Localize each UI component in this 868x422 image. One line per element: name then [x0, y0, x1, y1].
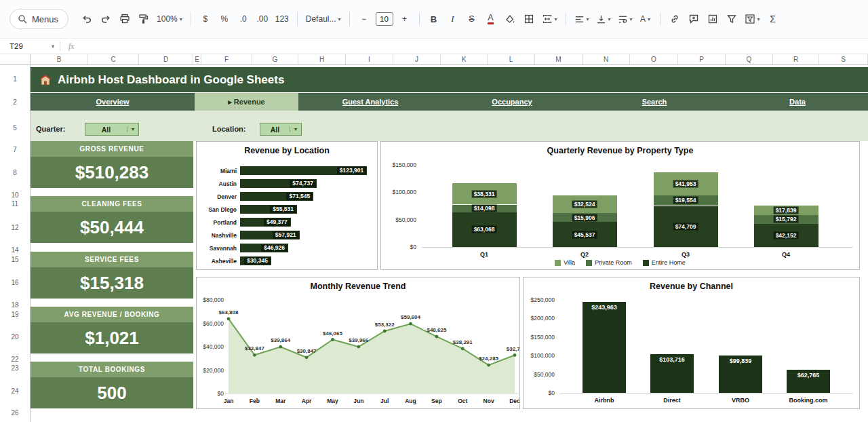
- zoom-select[interactable]: 100%▾: [154, 9, 185, 28]
- italic-button[interactable]: I: [444, 9, 462, 28]
- column-header-B[interactable]: B: [31, 54, 88, 64]
- column-header-P[interactable]: P: [678, 54, 726, 64]
- row-header-5[interactable]: 5: [0, 124, 30, 132]
- decrease-font-size-button[interactable]: −: [355, 9, 373, 28]
- row-header-8[interactable]: 8: [0, 169, 30, 176]
- row-header-12[interactable]: 12: [0, 224, 30, 231]
- row-header-18[interactable]: 18: [0, 301, 30, 309]
- legend-swatch: [643, 260, 649, 266]
- text-color-button[interactable]: A: [482, 9, 500, 28]
- merge-cells-button[interactable]: ▾: [539, 9, 560, 28]
- column-header-E[interactable]: E: [193, 54, 201, 64]
- tab-label: Search: [642, 98, 667, 106]
- create-filter-button[interactable]: [723, 9, 741, 28]
- kpi-card-avg-revenue-booking: AVG REVENUE / BOOKING$1,021: [31, 307, 193, 353]
- horizontal-align-button[interactable]: ▾: [572, 9, 592, 28]
- svg-text:$24,285: $24,285: [479, 356, 498, 362]
- tab-guest-analytics[interactable]: Guest Analytics: [298, 93, 442, 111]
- column-header-M[interactable]: M: [535, 54, 583, 64]
- chart-revenue-by-channel[interactable]: Revenue by Channel $0$50,000$100,000$150…: [523, 277, 860, 409]
- bar-value-label: $46,926: [261, 244, 288, 252]
- legend-label: Villa: [564, 259, 575, 266]
- row-header-22[interactable]: 22: [0, 356, 30, 363]
- currency-format-button[interactable]: $: [197, 9, 214, 28]
- font-family-select[interactable]: Defaul...▾: [303, 9, 344, 28]
- print-button[interactable]: [116, 9, 134, 28]
- vertical-align-button[interactable]: ▾: [593, 9, 614, 28]
- bar: $55,531: [240, 205, 297, 214]
- row-header-11[interactable]: 11: [0, 200, 30, 208]
- text-rotation-icon: A: [640, 14, 646, 24]
- column-header-F[interactable]: F: [201, 54, 252, 64]
- column-header-N[interactable]: N: [583, 54, 630, 64]
- search-icon: [18, 14, 27, 24]
- column-value-label: $62,765: [787, 372, 830, 379]
- insert-link-button[interactable]: [666, 9, 684, 28]
- tab-label: Data: [789, 98, 806, 106]
- row-header-15[interactable]: 15: [0, 256, 30, 263]
- tab-revenue[interactable]: ▸ Revenue: [195, 93, 298, 111]
- more-formats-button[interactable]: 123: [273, 9, 292, 28]
- column-header-K[interactable]: K: [441, 54, 488, 64]
- column-header-L[interactable]: L: [488, 54, 535, 64]
- column-header-H[interactable]: H: [298, 54, 346, 64]
- tab-overview[interactable]: Overview: [31, 93, 195, 111]
- row-header-23[interactable]: 23: [0, 364, 30, 372]
- functions-button[interactable]: Σ: [764, 9, 782, 28]
- column-header-S[interactable]: S: [819, 54, 868, 64]
- legend-swatch: [555, 260, 561, 266]
- chart-monthly-revenue-trend[interactable]: Monthly Revenue Trend $0$20,000$40,000$6…: [196, 277, 520, 409]
- column-header-R[interactable]: R: [773, 54, 819, 64]
- column-header-O[interactable]: O: [630, 54, 678, 64]
- increase-decimals-button[interactable]: .00: [254, 9, 271, 28]
- chart-quarterly-revenue-by-property-type[interactable]: Quarterly Revenue by Property Type $0$50…: [380, 141, 860, 270]
- borders-button[interactable]: [520, 9, 538, 28]
- kpi-value: $15,318: [80, 273, 144, 294]
- fill-color-button[interactable]: [501, 9, 519, 28]
- strikethrough-button[interactable]: S: [463, 9, 481, 28]
- text-rotation-button[interactable]: A▾: [637, 9, 654, 28]
- menus-button[interactable]: Menus: [9, 9, 68, 29]
- location-dropdown[interactable]: All ▾: [260, 123, 302, 136]
- tab-occupancy[interactable]: Occupancy: [442, 93, 582, 111]
- row-header-16[interactable]: 16: [0, 279, 30, 286]
- column-header-D[interactable]: D: [139, 54, 193, 64]
- paint-format-button[interactable]: [135, 9, 153, 28]
- chart-revenue-by-location[interactable]: Revenue by Location Miami$123,901Austin$…: [196, 141, 378, 270]
- kpi-header: AVG REVENUE / BOOKING: [31, 307, 193, 322]
- insert-chart-button[interactable]: [704, 9, 722, 28]
- bold-button[interactable]: B: [425, 9, 443, 28]
- filter-views-button[interactable]: ▾: [742, 9, 763, 28]
- cell-name-box[interactable]: T29 ▾: [0, 42, 60, 50]
- row-header-1[interactable]: 1: [0, 75, 30, 83]
- redo-button[interactable]: [97, 9, 115, 28]
- percent-format-button[interactable]: %: [216, 9, 233, 28]
- row-header-20[interactable]: 20: [0, 333, 30, 341]
- caret-down-icon: ▾: [555, 16, 557, 22]
- undo-button[interactable]: [78, 9, 96, 28]
- quarter-dropdown[interactable]: All ▾: [85, 123, 139, 136]
- kpi-label: GROSS REVENUE: [79, 145, 144, 153]
- column-header-J[interactable]: J: [393, 54, 441, 64]
- increase-font-size-button[interactable]: +: [396, 9, 414, 28]
- column-header-G[interactable]: G: [252, 54, 298, 64]
- formula-input[interactable]: [82, 39, 868, 54]
- row-header-2[interactable]: 2: [0, 98, 30, 106]
- insert-comment-button[interactable]: [685, 9, 703, 28]
- chart-title: Monthly Revenue Trend: [197, 282, 519, 291]
- column-header-C[interactable]: C: [88, 54, 139, 64]
- row-header-19[interactable]: 19: [0, 311, 30, 318]
- text-wrap-button[interactable]: ▾: [615, 9, 635, 28]
- row-header-7[interactable]: 7: [0, 146, 30, 153]
- tab-data[interactable]: Data: [727, 93, 868, 111]
- row-header-10[interactable]: 10: [0, 191, 30, 199]
- column-header-Q[interactable]: Q: [726, 54, 773, 64]
- tab-search[interactable]: Search: [582, 93, 727, 111]
- select-all-corner[interactable]: [0, 54, 31, 64]
- decrease-decimals-button[interactable]: .0: [235, 9, 252, 28]
- font-size-input[interactable]: 10: [376, 12, 393, 26]
- row-header-14[interactable]: 14: [0, 246, 30, 254]
- row-header-26[interactable]: 26: [0, 409, 30, 417]
- column-header-I[interactable]: I: [346, 54, 393, 64]
- row-header-24[interactable]: 24: [0, 387, 30, 395]
